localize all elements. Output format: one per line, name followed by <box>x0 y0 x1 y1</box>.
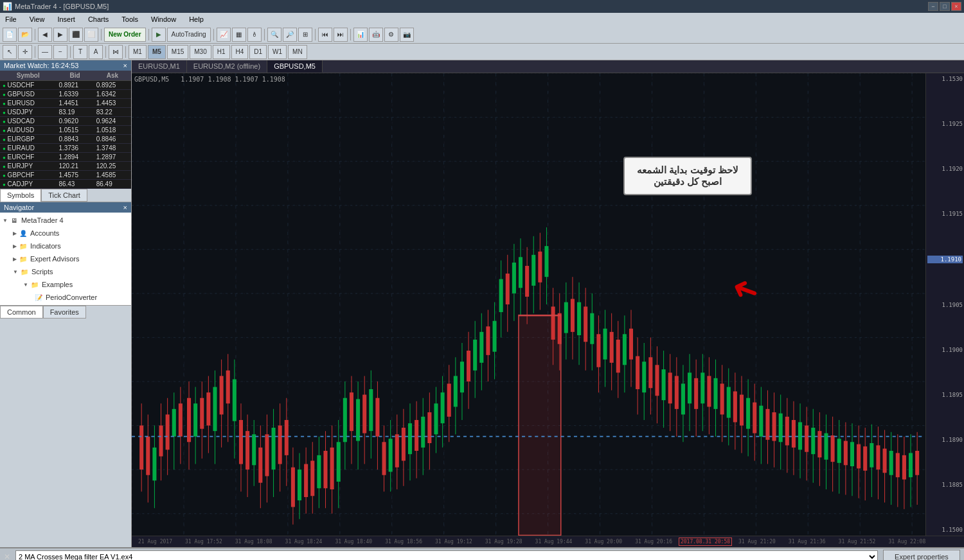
svg-rect-100 <box>375 398 379 437</box>
market-watch-row[interactable]: ● EURGBP 0.8843 0.8846 <box>0 135 131 144</box>
bar-chart-button[interactable]: ▦ <box>232 28 246 42</box>
scroll-right-button[interactable]: ⏭ <box>334 28 348 42</box>
label-button[interactable]: A <box>89 45 103 59</box>
new-button[interactable]: 📄 <box>3 28 17 42</box>
sep-tf-4 <box>125 46 126 58</box>
mw-ask: 1.4453 <box>94 99 131 108</box>
market-watch-row[interactable]: ● EURAUD 1.3736 1.3748 <box>0 144 131 153</box>
nav-accounts[interactable]: ▶ 👤 Accounts <box>0 227 131 240</box>
navigator-close[interactable]: × <box>123 204 127 211</box>
minimize-button[interactable]: − <box>928 2 938 11</box>
autotrading-icon[interactable]: ▶ <box>152 28 166 42</box>
price-1910: 1.1910 <box>927 256 963 263</box>
zoom-in-button[interactable]: ⬛ <box>69 28 83 42</box>
chart-container: GBPUSD,M5 1.1907 1.1908 1.1907 1.1908 <box>132 73 964 536</box>
experts-button[interactable]: 🤖 <box>369 28 383 42</box>
menu-window[interactable]: Window <box>148 14 179 24</box>
svg-rect-220 <box>765 409 769 440</box>
market-watch-row[interactable]: ● GBPUSD 1.6339 1.6342 <box>0 90 131 99</box>
market-watch-row[interactable]: ● EURJPY 120.21 120.25 <box>0 162 131 171</box>
separator-5 <box>264 29 265 40</box>
nav-period-converter[interactable]: 📝 PeriodConverter <box>0 291 131 304</box>
chart-tab-eurusd-m1[interactable]: EURUSD,M1 <box>132 60 187 73</box>
ea-dropdown[interactable]: 2 MA Crosses Mega filter EA V1.ex4 <box>15 550 878 560</box>
tf-m15[interactable]: M15 <box>167 45 188 59</box>
market-watch-row[interactable]: ● AUDUSD 1.0515 1.0518 <box>0 126 131 135</box>
tab-common[interactable]: Common <box>0 306 43 319</box>
time-1: 21 Aug 2017 <box>132 539 179 545</box>
tf-m5[interactable]: M5 <box>148 45 166 59</box>
chart-tab-eurusd-m2[interactable]: EURUSD,M2 (offline) <box>187 60 267 73</box>
tf-d1[interactable]: D1 <box>249 45 267 59</box>
nav-examples[interactable]: ▼ 📁 Examples <box>0 278 131 291</box>
text-button[interactable]: T <box>73 45 87 59</box>
close-panel-icon[interactable]: ✕ <box>4 552 10 560</box>
menu-file[interactable]: File <box>3 14 19 24</box>
zoom-in2-button[interactable]: 🔍 <box>267 28 281 42</box>
cursor-button[interactable]: ↖ <box>3 45 17 59</box>
market-watch-row[interactable]: ● GBPCHF 1.4575 1.4585 <box>0 171 131 180</box>
close-button[interactable]: × <box>951 2 961 11</box>
svg-rect-234 <box>811 428 815 454</box>
price-1530: 1.1530 <box>927 76 963 82</box>
screenshot-button[interactable]: 📷 <box>400 28 414 42</box>
line-chart-button[interactable]: 📈 <box>217 28 231 42</box>
market-watch-row[interactable]: ● USDCAD 0.9620 0.9624 <box>0 117 131 126</box>
hline-button[interactable]: − <box>53 45 67 59</box>
autotrading-button[interactable]: AutoTrading <box>167 28 211 42</box>
tf-m30[interactable]: M30 <box>190 45 211 59</box>
expert-advisor-select[interactable]: 2 MA Crosses Mega filter EA V1.ex4 <box>15 550 878 560</box>
svg-rect-264 <box>909 453 913 477</box>
accounts-folder-icon: 👤 <box>18 228 28 238</box>
line-button[interactable]: — <box>38 45 52 59</box>
nav-expert-advisors[interactable]: ▶ 📁 Expert Advisors <box>0 252 131 265</box>
open-button[interactable]: 📂 <box>18 28 32 42</box>
scripts-folder-icon: 📁 <box>19 267 30 277</box>
market-watch-row[interactable]: ● USDCHF 0.8921 0.8925 <box>0 81 131 90</box>
menu-insert[interactable]: Insert <box>55 14 78 24</box>
tf-mn[interactable]: MN <box>288 45 307 59</box>
market-watch-row[interactable]: ● USDJPY 83.19 83.22 <box>0 108 131 117</box>
nav-indicators[interactable]: ▶ 📁 Indicators <box>0 240 131 252</box>
window-controls[interactable]: − □ × <box>928 2 961 11</box>
back-button[interactable]: ◀ <box>38 28 52 42</box>
new-order-button[interactable]: New Order <box>104 28 146 42</box>
market-watch-row[interactable]: ● CADJPY 86.43 86.49 <box>0 180 131 189</box>
menu-tools[interactable]: Tools <box>119 14 141 24</box>
menu-charts[interactable]: Charts <box>85 14 111 24</box>
expert-properties-button[interactable]: Expert properties <box>883 550 960 560</box>
zoom-out2-button[interactable]: 🔎 <box>283 28 297 42</box>
title-bar: 📊 MetaTrader 4 - [GBPUSD,M5] − □ × <box>0 0 964 13</box>
annotation-line2: اصبح كل دقيقتين <box>635 176 740 188</box>
navigator-title: Navigator <box>4 204 34 211</box>
market-watch-row[interactable]: ● EURCHF 1.2894 1.2897 <box>0 153 131 162</box>
fib-button[interactable]: ⋈ <box>109 45 123 59</box>
maximize-button[interactable]: □ <box>940 2 950 11</box>
tf-m1[interactable]: M1 <box>129 45 147 59</box>
market-watch-row[interactable]: ● EURUSD 1.4451 1.4453 <box>0 99 131 108</box>
tf-h1[interactable]: H1 <box>213 45 230 59</box>
svg-rect-267 <box>519 315 561 536</box>
crosshair-button[interactable]: ✛ <box>18 45 32 59</box>
tab-symbols[interactable]: Symbols <box>0 189 41 202</box>
svg-rect-86 <box>330 448 334 489</box>
tf-h4[interactable]: H4 <box>231 45 249 59</box>
tab-favorites[interactable]: Favorites <box>43 306 86 319</box>
svg-rect-126 <box>460 362 464 392</box>
candle-chart-button[interactable]: 🕯 <box>247 28 262 42</box>
indicators-button[interactable]: 📊 <box>353 28 368 42</box>
forward-button[interactable]: ▶ <box>53 28 67 42</box>
tf-w1[interactable]: W1 <box>268 45 287 59</box>
menu-help[interactable]: Help <box>186 14 206 24</box>
scroll-left-button[interactable]: ⏮ <box>318 28 332 42</box>
nav-metatrader4[interactable]: ▼ 🖥 MetaTrader 4 <box>0 214 131 227</box>
tab-tick-chart[interactable]: Tick Chart <box>41 189 87 202</box>
nav-scripts[interactable]: ▼ 📁 Scripts <box>0 265 131 278</box>
grid-button[interactable]: ⊞ <box>298 28 312 42</box>
settings-button[interactable]: ⚙ <box>384 28 398 42</box>
market-watch-close[interactable]: × <box>123 62 127 69</box>
expand-icon-accounts: ▶ <box>13 231 17 236</box>
zoom-out-button[interactable]: ⬜ <box>84 28 98 42</box>
chart-tab-gbpusd-m5[interactable]: GBPUSD,M5 <box>267 60 323 73</box>
menu-view[interactable]: View <box>27 14 48 24</box>
